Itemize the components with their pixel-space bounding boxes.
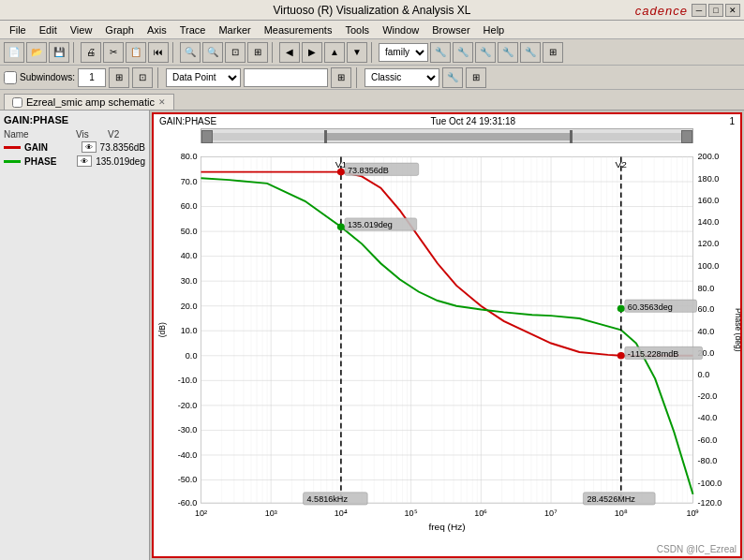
btn10[interactable]: ⊞ xyxy=(543,42,563,63)
menu-item-window[interactable]: Window xyxy=(377,22,424,38)
legend-col-name: Name xyxy=(4,129,72,140)
svg-text:10²: 10² xyxy=(195,509,207,519)
btn5[interactable]: 🔧 xyxy=(430,42,451,63)
btn9[interactable]: 🔧 xyxy=(520,42,541,63)
window-controls: ─ □ ✕ xyxy=(692,4,740,17)
tb2-btn4[interactable]: 🔧 xyxy=(442,67,463,88)
legend-col-v2: V2 xyxy=(108,129,145,140)
svg-text:-40.0: -40.0 xyxy=(178,450,198,460)
zoom-in[interactable]: 🔍 xyxy=(180,42,201,63)
menu-item-view[interactable]: View xyxy=(65,22,98,38)
gain-name: GAIN xyxy=(24,142,78,153)
svg-text:40.0: 40.0 xyxy=(181,252,198,261)
zoom-out[interactable]: 🔍 xyxy=(202,42,223,63)
sep3 xyxy=(272,42,275,63)
tab-close-icon[interactable]: ✕ xyxy=(158,97,166,107)
tab-label: Ezreal_smic amp schematic xyxy=(26,96,155,108)
menu-item-graph[interactable]: Graph xyxy=(99,22,140,38)
tab-check[interactable] xyxy=(12,97,22,108)
tb2-btn1[interactable]: ⊞ xyxy=(109,67,129,88)
datapoint-select[interactable]: Data Point xyxy=(166,68,241,87)
gain-v2-value: 73.8356dB xyxy=(100,142,145,153)
main-tab[interactable]: Ezreal_smic amp schematic ✕ xyxy=(4,94,174,110)
plot-timestamp: Tue Oct 24 19:31:18 xyxy=(430,116,515,126)
pan-down[interactable]: ▼ xyxy=(347,42,367,63)
main-area: GAIN:PHASE Name Vis V2 GAIN 👁 73.8356dB … xyxy=(0,111,744,560)
svg-text:-40.0: -40.0 xyxy=(698,413,718,422)
tb2-btn3[interactable]: ⊞ xyxy=(331,67,351,88)
svg-text:180.0: 180.0 xyxy=(698,174,720,184)
tb2-btn2[interactable]: ⊡ xyxy=(132,67,153,88)
svg-text:10⁸: 10⁸ xyxy=(615,509,628,519)
btn7[interactable]: 🔧 xyxy=(475,42,496,63)
new-button[interactable]: 📄 xyxy=(4,42,24,63)
btn8[interactable]: 🔧 xyxy=(498,42,518,63)
svg-text:-60.0: -60.0 xyxy=(178,498,198,508)
svg-text:10⁹: 10⁹ xyxy=(686,509,699,519)
svg-text:-120.0: -120.0 xyxy=(698,498,722,508)
close-button[interactable]: ✕ xyxy=(725,4,740,17)
zoom-box[interactable]: ⊞ xyxy=(247,42,268,63)
tb2-btn5[interactable]: ⊞ xyxy=(466,67,486,88)
plot-title: GAIN:PHASE xyxy=(159,116,216,126)
svg-text:135.019deg: 135.019deg xyxy=(348,221,393,230)
svg-text:-80.0: -80.0 xyxy=(698,457,718,466)
legend-header: Name Vis V2 xyxy=(4,129,145,140)
menu-item-trace[interactable]: Trace xyxy=(174,22,212,38)
svg-text:50.0: 50.0 xyxy=(181,227,198,236)
svg-text:-10.0: -10.0 xyxy=(178,376,198,385)
minimize-button[interactable]: ─ xyxy=(692,4,707,17)
svg-text:V2: V2 xyxy=(616,159,627,169)
pan-up[interactable]: ▲ xyxy=(324,42,345,63)
btn3[interactable]: 📋 xyxy=(126,42,146,63)
family-select[interactable]: family xyxy=(379,43,428,62)
classic-select[interactable]: Classic xyxy=(365,68,439,87)
cadence-logo: cadence xyxy=(635,3,688,17)
plot-area: GAIN:PHASE Tue Oct 24 19:31:18 1 xyxy=(152,112,742,558)
phase-visibility-toggle[interactable]: 👁 xyxy=(77,155,92,167)
subwindows-input[interactable] xyxy=(78,68,106,87)
svg-text:120.0: 120.0 xyxy=(698,239,720,248)
legend-row-gain: GAIN 👁 73.8356dB xyxy=(4,141,145,153)
svg-text:freq (Hz): freq (Hz) xyxy=(428,522,465,532)
menu-item-marker[interactable]: Marker xyxy=(213,22,256,38)
legend-title: GAIN:PHASE xyxy=(4,114,145,125)
zoom-fit[interactable]: ⊡ xyxy=(225,42,246,63)
phase-v2-value: 135.019deg xyxy=(96,156,145,167)
navigator-slider[interactable] xyxy=(201,128,693,143)
print-button[interactable]: 🖨 xyxy=(81,42,101,63)
svg-text:10⁷: 10⁷ xyxy=(544,509,558,519)
subwindow-check[interactable] xyxy=(4,71,17,84)
svg-text:0.0: 0.0 xyxy=(186,351,198,361)
svg-text:(dB): (dB) xyxy=(157,322,167,337)
save-button[interactable]: 💾 xyxy=(49,42,69,63)
menu-item-help[interactable]: Help xyxy=(478,22,511,38)
open-button[interactable]: 📂 xyxy=(26,42,47,63)
svg-text:160.0: 160.0 xyxy=(698,196,720,205)
btn6[interactable]: 🔧 xyxy=(453,42,473,63)
svg-text:73.8356dB: 73.8356dB xyxy=(348,166,389,175)
menu-item-tools[interactable]: Tools xyxy=(339,22,375,38)
btn2[interactable]: ✂ xyxy=(103,42,124,63)
maximize-button[interactable]: □ xyxy=(708,4,723,17)
menu-item-axis[interactable]: Axis xyxy=(141,22,172,38)
svg-text:-100.0: -100.0 xyxy=(698,479,722,488)
svg-point-120 xyxy=(337,169,345,176)
menu-item-measurements[interactable]: Measurements xyxy=(259,22,338,38)
svg-text:10⁵: 10⁵ xyxy=(405,509,418,519)
btn4[interactable]: ⏮ xyxy=(148,42,169,63)
svg-text:-115.228mdB: -115.228mdB xyxy=(628,349,679,359)
svg-text:-60.0: -60.0 xyxy=(698,435,718,445)
watermark: CSDN @IC_Ezreal xyxy=(657,544,737,554)
svg-text:200.0: 200.0 xyxy=(698,153,720,162)
svg-text:60.3563deg: 60.3563deg xyxy=(628,302,673,312)
menu-item-edit[interactable]: Edit xyxy=(34,22,63,38)
gain-visibility-toggle[interactable]: 👁 xyxy=(82,141,97,153)
pan-right[interactable]: ▶ xyxy=(302,42,322,63)
menu-item-browser[interactable]: Browser xyxy=(426,22,475,38)
pan-left[interactable]: ◀ xyxy=(279,42,300,63)
menu-item-file[interactable]: File xyxy=(4,22,32,38)
svg-text:Phase (deg): Phase (deg) xyxy=(734,308,740,351)
datapoint-value[interactable]: 4525600000M xyxy=(244,68,328,87)
svg-text:-20.0: -20.0 xyxy=(698,391,718,401)
